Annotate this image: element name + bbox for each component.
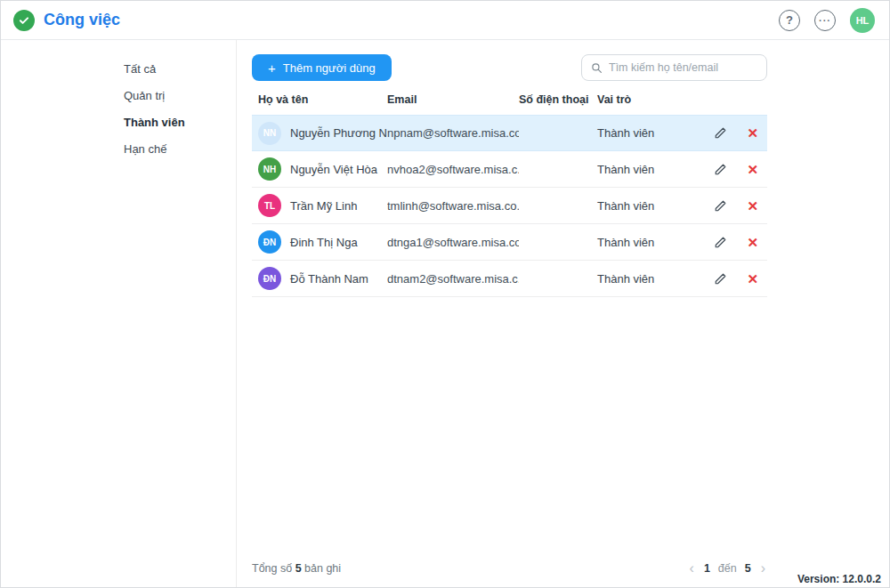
next-page-icon[interactable]: ›: [759, 561, 767, 576]
search-input[interactable]: [609, 61, 757, 74]
column-header: Email: [387, 93, 519, 106]
help-icon[interactable]: ?: [779, 10, 800, 31]
row-actions: ✕: [708, 199, 767, 213]
user-role: Thành viên: [597, 126, 708, 140]
edit-icon[interactable]: [714, 126, 727, 140]
delete-icon[interactable]: ✕: [747, 272, 758, 286]
column-header: Vai trò: [597, 93, 708, 106]
edit-icon[interactable]: [714, 163, 727, 176]
page-to: 5: [745, 562, 751, 575]
user-email: npnam@software.misa.co...: [387, 126, 519, 140]
user-name: Trần Mỹ Linh: [290, 199, 357, 213]
row-avatar: ĐN: [258, 230, 281, 254]
edit-icon[interactable]: [714, 236, 727, 249]
user-role: Thành viên: [597, 199, 708, 213]
row-avatar: ĐN: [258, 267, 281, 290]
user-name: Đỗ Thành Nam: [290, 272, 368, 286]
name-cell: ĐN Đinh Thị Nga: [252, 230, 387, 254]
header-actions: ? ··· HL: [779, 8, 875, 33]
user-avatar[interactable]: HL: [850, 8, 875, 33]
delete-icon[interactable]: ✕: [747, 126, 758, 140]
sidebar-item[interactable]: Hạn chế: [1, 136, 236, 163]
list-footer: Tổng số 5 bản ghi ‹ 1 đến 5 ›: [252, 561, 767, 576]
delete-icon[interactable]: ✕: [747, 199, 758, 213]
total-count: 5: [295, 562, 302, 575]
edit-icon[interactable]: [714, 272, 727, 286]
row-avatar: NH: [258, 157, 281, 181]
main-panel: + Thêm người dùng Họ và tênEmailSố điện …: [237, 40, 889, 588]
prev-page-icon[interactable]: ‹: [688, 561, 696, 576]
name-cell: NH Nguyễn Việt Hòa: [252, 157, 387, 181]
row-avatar: TL: [258, 194, 281, 217]
users-table: Họ và tênEmailSố điện thoạiVai trò NN Ng…: [252, 93, 767, 297]
total-prefix: Tổng số: [252, 562, 292, 575]
app-title: Công việc: [44, 11, 120, 29]
column-header: Số điện thoại: [519, 93, 597, 106]
user-email: dtnam2@software.misa.c...: [387, 272, 519, 286]
sidebar-item[interactable]: Thành viên: [1, 109, 236, 136]
name-cell: NN Nguyễn Phương Nam: [252, 122, 387, 145]
top-bar: Công việc ? ··· HL: [1, 1, 889, 40]
user-role: Thành viên: [597, 272, 708, 286]
more-options-icon[interactable]: ···: [814, 10, 836, 31]
check-logo-icon: [13, 10, 35, 31]
search-box[interactable]: [581, 54, 767, 81]
name-cell: TL Trần Mỹ Linh: [252, 194, 387, 217]
table-row[interactable]: NN Nguyễn Phương Nam npnam@software.misa…: [252, 115, 767, 151]
version-label: Version: 12.0.0.2: [797, 573, 881, 585]
page-from: 1: [704, 562, 710, 575]
column-header: [708, 93, 767, 106]
delete-icon[interactable]: ✕: [747, 236, 758, 249]
user-role: Thành viên: [597, 236, 708, 249]
row-actions: ✕: [708, 236, 767, 249]
table-header-row: Họ và tênEmailSố điện thoạiVai trò: [252, 93, 767, 115]
edit-icon[interactable]: [714, 199, 727, 213]
sidebar-item[interactable]: Tất cả: [1, 56, 236, 83]
page-body: Tất cảQuản trịThành viênHạn chế + Thêm n…: [1, 40, 889, 588]
user-email: dtnga1@software.misa.co...: [387, 236, 519, 249]
toolbar: + Thêm người dùng: [252, 54, 767, 81]
table-row[interactable]: ĐN Đỗ Thành Nam dtnam2@software.misa.c..…: [252, 261, 767, 297]
row-actions: ✕: [708, 163, 767, 176]
user-name: Đinh Thị Nga: [290, 236, 358, 249]
table-row[interactable]: ĐN Đinh Thị Nga dtnga1@software.misa.co.…: [252, 224, 767, 261]
add-user-button[interactable]: + Thêm người dùng: [252, 54, 392, 81]
plus-icon: +: [268, 61, 276, 75]
user-name: Nguyễn Phương Nam: [290, 126, 387, 140]
user-email: tmlinh@software.misa.co...: [387, 199, 519, 213]
add-user-label: Thêm người dùng: [283, 61, 376, 75]
user-name: Nguyễn Việt Hòa: [290, 163, 377, 176]
search-icon: [591, 62, 603, 74]
sidebar: Tất cảQuản trịThành viênHạn chế: [1, 40, 237, 588]
app-logo: Công việc: [13, 10, 120, 31]
row-avatar: NN: [258, 122, 281, 145]
page-connector: đến: [718, 562, 737, 575]
pagination: ‹ 1 đến 5 ›: [688, 561, 767, 576]
name-cell: ĐN Đỗ Thành Nam: [252, 267, 387, 290]
table-row[interactable]: NH Nguyễn Việt Hòa nvhoa2@software.misa.…: [252, 151, 767, 188]
row-actions: ✕: [708, 126, 767, 140]
sidebar-item[interactable]: Quản trị: [1, 83, 236, 109]
total-suffix: bản ghi: [304, 562, 341, 575]
row-actions: ✕: [708, 272, 767, 286]
total-records: Tổng số 5 bản ghi: [252, 562, 341, 575]
column-header: Họ và tên: [252, 93, 387, 106]
user-email: nvhoa2@software.misa.c...: [387, 163, 519, 176]
delete-icon[interactable]: ✕: [747, 163, 758, 176]
table-row[interactable]: TL Trần Mỹ Linh tmlinh@software.misa.co.…: [252, 188, 767, 224]
table-body: NN Nguyễn Phương Nam npnam@software.misa…: [252, 115, 767, 297]
user-role: Thành viên: [597, 163, 708, 176]
